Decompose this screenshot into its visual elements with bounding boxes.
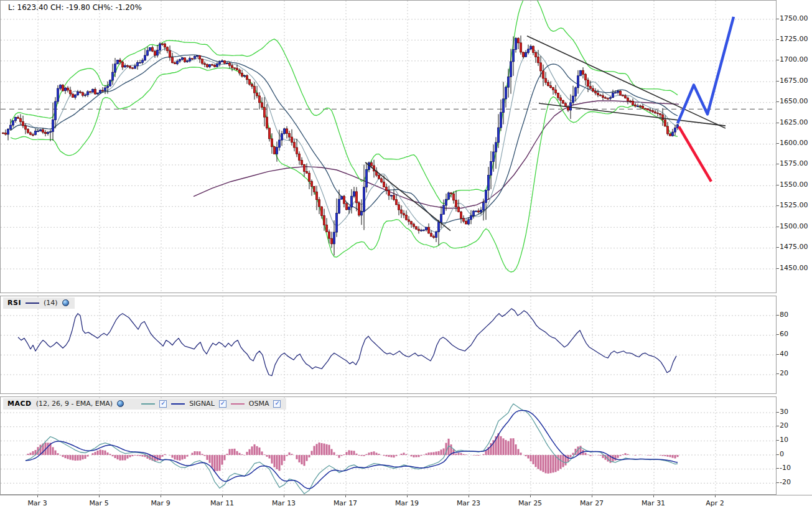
osma-bar (538, 455, 539, 469)
osma-bar (102, 450, 104, 455)
macd-chart-canvas[interactable] (1, 397, 776, 494)
date-tick-label: Mar 17 (334, 499, 357, 507)
osma-bar (331, 449, 333, 455)
macd-settings-globe-icon[interactable] (117, 400, 124, 407)
candle-body (602, 96, 604, 98)
osma-bar (284, 455, 286, 461)
candle-body (577, 76, 579, 88)
candle-body (480, 210, 482, 212)
osma-bar (124, 455, 126, 460)
candle-body (575, 88, 577, 96)
osma-bar (670, 455, 671, 457)
bearish-projection-arrow (679, 126, 711, 181)
rsi-settings-globe-icon[interactable] (62, 299, 69, 306)
price-tick (777, 205, 779, 206)
osma-bar (625, 453, 627, 455)
candle-body (147, 50, 149, 55)
candle-body (560, 98, 562, 100)
candle-body (199, 55, 201, 59)
candle-body (662, 115, 664, 120)
osma-bar (127, 455, 129, 459)
rsi-title: RSI (7, 299, 21, 307)
macd-line-checkbox[interactable] (159, 400, 167, 408)
rsi-panel: RSI (14) (0, 296, 777, 394)
osma-bar (217, 455, 218, 471)
rsi-line (18, 309, 676, 376)
osma-bar (535, 455, 537, 467)
candle-body (321, 207, 323, 215)
osma-bar (627, 454, 629, 455)
osma-bar (396, 455, 398, 456)
osma-bar (234, 449, 236, 455)
osma-bar (545, 455, 547, 473)
osma-bar (75, 455, 77, 461)
candle-body (533, 46, 534, 52)
signal-checkbox[interactable] (219, 400, 226, 408)
candle-body (470, 215, 472, 219)
candle-body (503, 99, 505, 113)
osma-bar (458, 452, 460, 455)
rsi-params: (14) (44, 299, 58, 307)
candle-body (411, 222, 413, 224)
price-info-bar: L: 1623.40 CH: -19.80 CH%: -1.20% (8, 3, 142, 12)
osma-bar (246, 452, 248, 455)
osma-bar (433, 452, 435, 455)
osma-bar (259, 448, 261, 455)
candle-body (314, 186, 315, 192)
candle-body (324, 215, 325, 225)
osma-bar (92, 453, 94, 455)
candle-body (647, 109, 649, 110)
candle-body (493, 152, 495, 161)
candle-body (129, 66, 131, 68)
candle-body (441, 214, 442, 222)
osma-bar (134, 455, 136, 456)
osma-bar (550, 455, 552, 473)
candle-body (281, 134, 283, 140)
candle-body (635, 105, 637, 106)
osma-bar (184, 455, 186, 459)
osma-bar (114, 455, 116, 458)
price-tick-label: 1725.00 (780, 35, 808, 43)
candle-body (42, 129, 44, 132)
candle-body (478, 211, 480, 212)
osma-bar (351, 451, 353, 455)
candle-body (627, 98, 629, 101)
osma-bar (80, 455, 82, 461)
candle-body (124, 65, 126, 67)
candle-body (62, 85, 64, 91)
candle-body (229, 63, 231, 65)
candle-body (371, 163, 373, 166)
osma-bar (443, 448, 445, 455)
candle-body (423, 230, 425, 230)
osma-bar (406, 454, 408, 455)
date-tick-label: Mar 13 (272, 499, 296, 507)
osma-bar (334, 452, 335, 455)
osma-bar (438, 451, 440, 455)
osma-bar (615, 455, 617, 461)
osma-bar (416, 455, 418, 457)
osma-bar (590, 455, 592, 456)
osma-bar (32, 451, 34, 455)
candle-body (65, 88, 67, 91)
candle-body (72, 94, 74, 97)
candles-layer (2, 35, 679, 255)
osma-bar (219, 455, 221, 471)
osma-bar (179, 455, 181, 461)
rsi-tick (777, 373, 779, 374)
candle-body (177, 61, 179, 63)
price-chart-canvas[interactable] (1, 1, 776, 293)
candle-body (30, 133, 32, 134)
price-chart-panel: L: 1623.40 CH: -19.80 CH%: -1.20% (0, 0, 777, 293)
candle-body (276, 148, 278, 154)
candle-body (67, 88, 69, 90)
candle-body (637, 106, 639, 106)
osma-checkbox[interactable] (273, 400, 281, 408)
osma-bar (503, 438, 505, 455)
osma-bar (391, 455, 393, 457)
osma-bar (667, 455, 669, 457)
candle-body (82, 93, 84, 96)
candle-body (520, 43, 522, 52)
osma-bar (289, 452, 291, 455)
osma-bar (665, 455, 666, 456)
rsi-chart-canvas[interactable] (1, 296, 776, 393)
